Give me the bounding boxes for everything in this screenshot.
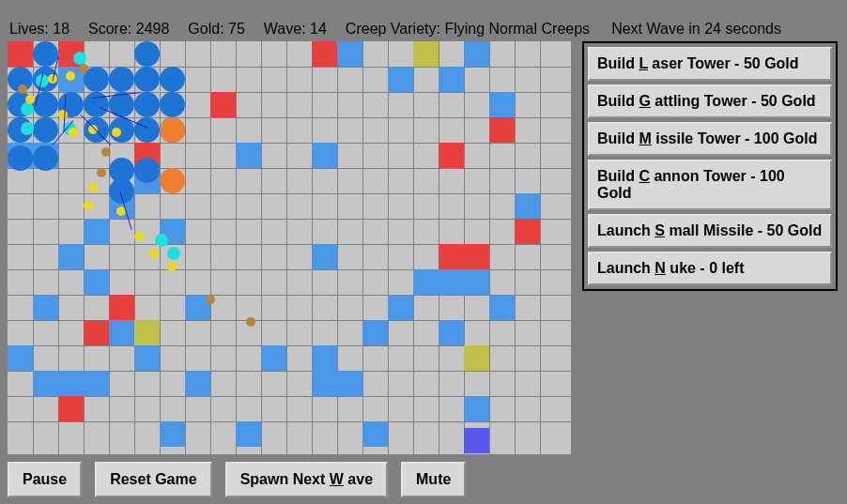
board-cell: [362, 320, 388, 345]
board-cell: [236, 421, 261, 447]
build-btn-4[interactable]: Launch S mall Missile - 50 Gold: [588, 214, 832, 248]
board-cell: [185, 371, 210, 396]
board-particle: [112, 128, 121, 137]
board-particle: [160, 92, 185, 117]
board-cell: [84, 269, 109, 295]
board-cell: [84, 320, 109, 345]
build-panel: Build L aser Tower - 50 GoldBuild G attl…: [582, 41, 838, 291]
board-particle: [134, 117, 160, 143]
board-particle: [73, 52, 86, 65]
board-particle: [206, 295, 215, 304]
board-cell: [84, 371, 109, 396]
board-particle: [149, 249, 159, 258]
board-cell: [337, 371, 362, 396]
board-particle: [58, 110, 68, 119]
board-cell: [464, 345, 489, 371]
build-btn-5[interactable]: Launch N uke - 0 left: [588, 252, 832, 285]
board-particle: [155, 234, 168, 247]
board-cell: [312, 143, 337, 168]
pause-button[interactable]: Pause: [8, 462, 82, 497]
board-cell: [8, 345, 33, 371]
board-cell: [464, 269, 489, 295]
board-cell: [312, 345, 337, 371]
board-cell: [312, 41, 337, 67]
board-cell: [337, 41, 362, 67]
bottom-bar: Pause Reset Game Spawn Next W ave Mute: [8, 462, 466, 497]
board-cell: [362, 421, 388, 447]
board-particle: [160, 67, 185, 92]
board-cell: [439, 143, 464, 168]
board-particle: [246, 317, 255, 327]
board-cell: [464, 428, 489, 453]
board-particle: [134, 232, 144, 241]
board-cell: [236, 143, 261, 168]
board-cell: [134, 345, 160, 371]
board-particle: [84, 201, 93, 210]
board-particle: [134, 158, 160, 183]
board-cell: [489, 295, 515, 320]
reset-button[interactable]: Reset Game: [95, 462, 212, 497]
board-cell: [8, 41, 33, 67]
board-cell: [439, 320, 464, 345]
board-particle: [33, 145, 58, 171]
board-cell: [210, 92, 236, 117]
board-particle: [21, 122, 34, 135]
board-cell: [413, 41, 439, 67]
board-particle: [134, 41, 160, 67]
board-cell: [33, 295, 58, 320]
board-cell: [464, 41, 489, 67]
spawn-wave-button[interactable]: Spawn Next W ave: [225, 462, 388, 497]
gold-display: Gold: 75: [188, 21, 245, 38]
board-particle: [134, 92, 160, 117]
board-cell: [515, 219, 540, 244]
board-cell: [439, 67, 464, 92]
build-btn-3[interactable]: Build C annon Tower - 100 Gold: [588, 160, 832, 210]
board-particle: [167, 247, 180, 260]
board-particle: [25, 95, 35, 104]
board-particle: [79, 64, 88, 73]
board-cell: [439, 244, 464, 269]
board-particle: [134, 67, 160, 92]
board-cell: [489, 92, 515, 117]
mute-button[interactable]: Mute: [401, 462, 466, 497]
board-cell: [439, 269, 464, 295]
wave-display: Wave: 14: [264, 21, 327, 38]
board-cell: [261, 345, 286, 371]
board-cell: [58, 371, 84, 396]
game-board[interactable]: [8, 41, 571, 454]
board-particle: [88, 183, 98, 192]
board-particle: [160, 117, 185, 143]
board-cell: [58, 396, 84, 421]
board-cell: [33, 371, 58, 396]
board-cell: [413, 269, 439, 295]
board-cell: [134, 320, 160, 345]
board-cell: [388, 67, 413, 92]
build-btn-1[interactable]: Build G attling Tower - 50 Gold: [588, 84, 832, 118]
board-particle: [97, 168, 106, 177]
board-cell: [464, 244, 489, 269]
board-cell: [312, 371, 337, 396]
board-particle: [109, 67, 134, 92]
score-display: Score: 2498: [88, 21, 169, 38]
creep-variety-display: Creep Variety: Flying Normal Creeps: [346, 21, 590, 38]
board-cell: [109, 320, 134, 345]
lives-display: Lives: 18: [9, 21, 69, 38]
board-particle: [33, 117, 58, 143]
build-btn-0[interactable]: Build L aser Tower - 50 Gold: [588, 47, 832, 81]
board-cell: [109, 295, 134, 320]
board-particle: [18, 84, 27, 94]
build-btn-2[interactable]: Build M issile Tower - 100 Gold: [588, 122, 832, 156]
board-particle: [167, 262, 177, 271]
board-particle: [21, 102, 34, 115]
board-cell: [160, 421, 185, 447]
board-cell: [515, 193, 540, 219]
board-cell: [84, 219, 109, 244]
board-cell: [388, 295, 413, 320]
board-particle: [160, 168, 185, 193]
board-cell: [464, 396, 489, 421]
board-particle: [8, 145, 33, 171]
board-cell: [312, 244, 337, 269]
board-particle: [33, 41, 58, 67]
board-cell: [58, 244, 84, 269]
board-particle: [69, 128, 78, 137]
